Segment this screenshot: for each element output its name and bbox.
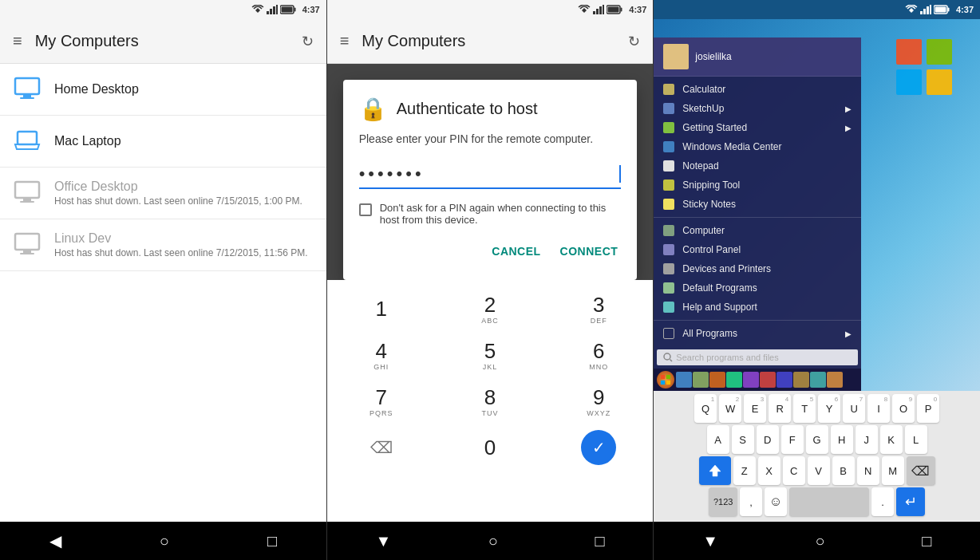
start-menu-item[interactable]: Windows Media Center <box>654 137 861 156</box>
key-v[interactable]: V <box>808 456 830 485</box>
taskbar-app5[interactable] <box>760 372 776 388</box>
key-c[interactable]: C <box>783 456 805 485</box>
taskbar-app2[interactable] <box>709 372 725 388</box>
start-menu-item[interactable]: Calculator <box>654 80 861 99</box>
menu-icon-1[interactable]: ≡ <box>13 32 22 50</box>
key-f[interactable]: F <box>781 425 804 454</box>
emoji-key[interactable]: ☺ <box>765 487 787 516</box>
start-menu-item[interactable]: Help and Support <box>654 298 861 317</box>
start-menu-item[interactable]: Default Programs <box>654 278 861 298</box>
numpad-key-8[interactable]: 8 TUV <box>436 379 544 425</box>
numpad-key-9[interactable]: 9 WXYZ <box>544 379 653 425</box>
numpad-key-1[interactable]: 1 <box>327 286 436 333</box>
key-z[interactable]: Z <box>733 456 756 485</box>
dialog-actions: CANCEL CONNECT <box>359 239 622 264</box>
numpad-key-3[interactable]: 3 DEF <box>544 286 653 333</box>
key-m[interactable]: M <box>882 456 904 485</box>
taskbar-app9[interactable] <box>827 372 843 388</box>
start-button[interactable] <box>657 371 674 388</box>
key-a[interactable]: A <box>707 425 729 454</box>
start-menu-item[interactable]: Getting Started ▶ <box>654 118 861 137</box>
home-button-2[interactable]: ○ <box>488 532 498 550</box>
refresh-icon-2[interactable]: ↻ <box>628 33 640 50</box>
pin-dots[interactable]: ••••••• <box>359 164 620 184</box>
home-button-1[interactable]: ○ <box>160 532 169 550</box>
remote-desktop[interactable]: josielilka Calculator SketchUp ▶ Getting <box>654 19 980 391</box>
taskbar-app1[interactable] <box>693 372 709 388</box>
key-n[interactable]: N <box>857 456 879 485</box>
key-s[interactable]: S <box>732 425 754 454</box>
list-item[interactable]: Office Desktop Host has shut down. Last … <box>0 168 326 219</box>
pin-remember-checkbox[interactable] <box>359 203 372 216</box>
numpad-key-0[interactable]: 0 <box>436 425 544 470</box>
recents-button-1[interactable]: □ <box>267 532 277 550</box>
key-x[interactable]: X <box>758 456 780 485</box>
back-button-2[interactable]: ▼ <box>375 532 391 550</box>
windows-desktop[interactable]: josielilka Calculator SketchUp ▶ Getting <box>654 19 980 391</box>
key-i[interactable]: 8I <box>867 394 890 423</box>
list-item[interactable]: Home Desktop <box>0 64 326 116</box>
key-d[interactable]: D <box>757 425 779 454</box>
sym-key[interactable]: ?123 <box>709 487 737 516</box>
numpad-key-5[interactable]: 5 JKL <box>436 333 544 379</box>
key-e[interactable]: 3E <box>744 394 766 423</box>
space-key[interactable] <box>789 487 869 516</box>
home-button-3[interactable]: ○ <box>815 532 824 550</box>
start-menu-item[interactable]: Control Panel <box>654 240 861 259</box>
key-w[interactable]: 2W <box>719 394 741 423</box>
start-menu-item[interactable]: Devices and Printers <box>654 259 861 278</box>
start-menu-item[interactable]: Sticky Notes <box>654 195 861 214</box>
shift-key[interactable] <box>699 456 731 485</box>
numpad-backspace[interactable]: ⌫ <box>327 425 436 470</box>
search-box[interactable]: Search programs and files <box>657 349 858 365</box>
numpad-key-2[interactable]: 2 ABC <box>436 286 544 333</box>
key-y[interactable]: 6Y <box>818 394 840 423</box>
list-item[interactable]: Linux Dev Host has shut down. Last seen … <box>0 219 326 271</box>
list-item[interactable]: Mac Laptop <box>0 116 326 168</box>
cancel-button[interactable]: CANCEL <box>488 239 543 264</box>
numpad-key-7[interactable]: 7 PQRS <box>327 379 436 425</box>
start-menu-item[interactable]: Notepad <box>654 156 861 175</box>
refresh-icon-1[interactable]: ↻ <box>302 33 314 50</box>
computer-name: Mac Laptop <box>54 134 314 148</box>
key-p[interactable]: 0P <box>917 394 939 423</box>
checkbox-row[interactable]: Don't ask for a PIN again when connectin… <box>359 202 622 226</box>
key-q[interactable]: 1Q <box>694 394 717 423</box>
taskbar-app3[interactable] <box>726 372 742 388</box>
numpad-grid: 1 2 ABC 3 DEF 4 GHI 5 JKL <box>327 286 654 425</box>
key-t[interactable]: 5T <box>793 394 816 423</box>
recents-button-3[interactable]: □ <box>922 532 931 550</box>
start-menu-item[interactable]: Computer <box>654 221 861 240</box>
all-programs-item[interactable]: All Programs ▶ <box>654 324 861 343</box>
recents-button-2[interactable]: □ <box>595 532 604 550</box>
backspace-key[interactable]: ⌫ <box>907 456 935 485</box>
key-r[interactable]: 4R <box>769 394 791 423</box>
back-button-3[interactable]: ▼ <box>702 532 718 550</box>
numpad-confirm[interactable]: ✓ <box>544 425 653 470</box>
enter-key[interactable]: ↵ <box>896 487 925 516</box>
key-u[interactable]: 7U <box>843 394 865 423</box>
start-menu-item[interactable]: SketchUp ▶ <box>654 99 861 118</box>
key-j[interactable]: J <box>856 425 878 454</box>
taskbar-app4[interactable] <box>743 372 759 388</box>
key-h[interactable]: H <box>831 425 853 454</box>
key-b[interactable]: B <box>832 456 855 485</box>
comma-key[interactable]: , <box>740 487 762 516</box>
back-button-1[interactable]: ◀ <box>49 531 61 550</box>
numpad-key-4[interactable]: 4 GHI <box>327 333 436 379</box>
menu-icon-2[interactable]: ≡ <box>340 32 350 50</box>
taskbar-app6[interactable] <box>776 372 792 388</box>
key-g[interactable]: G <box>806 425 828 454</box>
start-menu[interactable]: josielilka Calculator SketchUp ▶ Getting <box>654 37 861 391</box>
key-o[interactable]: 9O <box>892 394 915 423</box>
svg-rect-22 <box>603 5 604 14</box>
numpad-key-6[interactable]: 6 MNO <box>544 333 653 379</box>
period-key[interactable]: . <box>871 487 894 516</box>
key-k[interactable]: K <box>880 425 903 454</box>
taskbar-ie[interactable] <box>676 372 692 388</box>
taskbar-app8[interactable] <box>810 372 826 388</box>
connect-button[interactable]: CONNECT <box>557 239 622 264</box>
start-menu-item[interactable]: Snipping Tool <box>654 175 861 195</box>
key-l[interactable]: L <box>905 425 927 454</box>
taskbar-app7[interactable] <box>793 372 809 388</box>
